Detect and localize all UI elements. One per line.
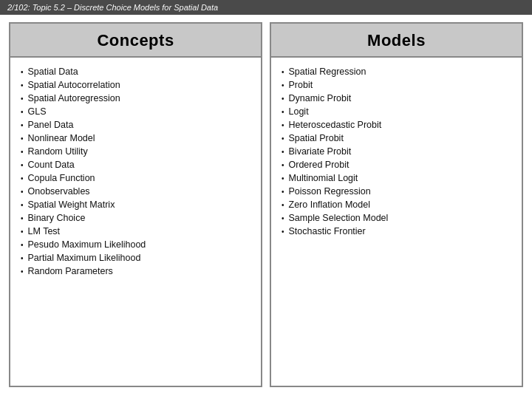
- list-item: Zero Inflation Model: [282, 198, 511, 211]
- main-content: Concepts Spatial DataSpatial Autocorrela…: [0, 15, 532, 395]
- models-panel: Models Spatial RegressionProbitDynamic P…: [270, 22, 523, 387]
- list-item: Onobservables: [21, 185, 250, 198]
- list-item: LM Test: [21, 225, 250, 238]
- list-item: Bivariate Probit: [282, 145, 511, 158]
- concepts-body: Spatial DataSpatial AutocorrelationSpati…: [10, 58, 261, 386]
- list-item: Logit: [282, 105, 511, 118]
- list-item: Multinomial Logit: [282, 171, 511, 185]
- topbar: 2/102: Topic 5.2 – Discrete Choice Model…: [0, 0, 532, 15]
- models-list: Spatial RegressionProbitDynamic ProbitLo…: [282, 65, 511, 238]
- list-item: Nonlinear Model: [21, 132, 250, 145]
- list-item: Sample Selection Model: [282, 211, 511, 225]
- list-item: Spatial Weight Matrix: [21, 198, 250, 211]
- list-item: Copula Function: [21, 171, 250, 185]
- list-item: Spatial Data: [21, 65, 250, 78]
- list-item: Stochastic Frontier: [282, 225, 511, 238]
- list-item: Random Parameters: [21, 265, 250, 278]
- list-item: Spatial Probit: [282, 132, 511, 145]
- list-item: Spatial Autoregression: [21, 92, 250, 105]
- list-item: Poisson Regression: [282, 185, 511, 198]
- models-header: Models: [271, 24, 522, 58]
- list-item: Ordered Probit: [282, 158, 511, 171]
- list-item: Spatial Regression: [282, 65, 511, 78]
- list-item: Count Data: [21, 158, 250, 171]
- concepts-header: Concepts: [10, 24, 261, 58]
- list-item: Binary Choice: [21, 211, 250, 225]
- list-item: Dynamic Probit: [282, 92, 511, 105]
- concepts-panel: Concepts Spatial DataSpatial Autocorrela…: [9, 22, 262, 387]
- list-item: Panel Data: [21, 118, 250, 132]
- models-body: Spatial RegressionProbitDynamic ProbitLo…: [271, 58, 522, 386]
- list-item: GLS: [21, 105, 250, 118]
- list-item: Probit: [282, 78, 511, 92]
- list-item: Partial Maximum Likelihood: [21, 251, 250, 265]
- concepts-list: Spatial DataSpatial AutocorrelationSpati…: [21, 65, 250, 278]
- list-item: Random Utility: [21, 145, 250, 158]
- list-item: Spatial Autocorrelation: [21, 78, 250, 92]
- topbar-text: 2/102: Topic 5.2 – Discrete Choice Model…: [7, 3, 218, 12]
- list-item: Heteroscedastic Probit: [282, 118, 511, 132]
- list-item: Pesudo Maximum Likelihood: [21, 238, 250, 251]
